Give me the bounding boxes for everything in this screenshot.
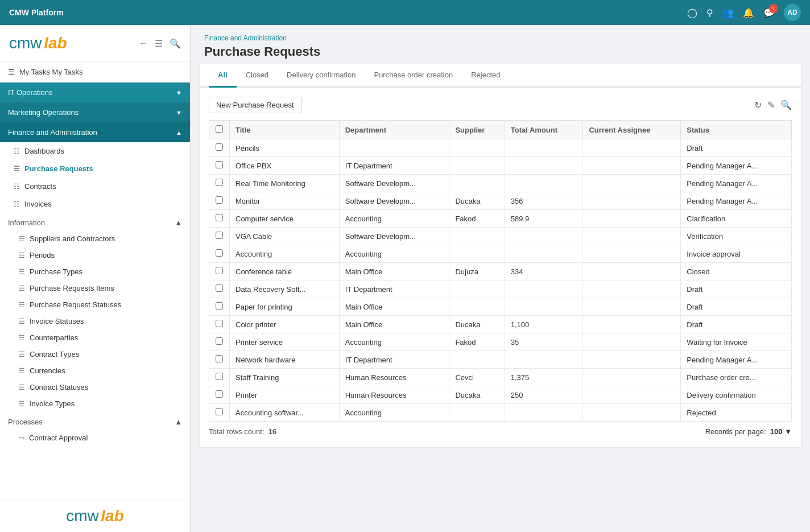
cell-totalamount	[505, 175, 583, 192]
total-rows-label: Total rows count: 16	[209, 427, 276, 436]
tab-delivery-confirmation[interactable]: Delivery confirmation	[278, 64, 365, 88]
cell-totalamount: 1,100	[505, 316, 583, 333]
help-icon[interactable]: ◯	[687, 7, 697, 18]
cell-department: Human Resources	[339, 369, 449, 386]
table-row[interactable]: MonitorSoftware Developm...Ducaka356Pend…	[209, 192, 792, 210]
tab-rejected[interactable]: Rejected	[462, 64, 509, 88]
sidebar-section-processes[interactable]: Processes ▲	[0, 412, 190, 430]
sidebar-search-icon[interactable]: 🔍	[170, 38, 181, 49]
row-checkbox-cell	[209, 333, 230, 351]
counterparties-label: Counterparties	[30, 333, 78, 342]
sidebar-item-currencies[interactable]: ☰ Currencies	[0, 362, 190, 379]
cell-currentassignee	[583, 404, 681, 422]
row-checkbox-cell	[209, 369, 230, 386]
row-checkbox[interactable]	[216, 302, 223, 310]
cell-status: Draft	[681, 298, 792, 316]
tab-all[interactable]: All	[209, 64, 237, 88]
row-checkbox[interactable]	[216, 196, 223, 204]
sidebar-item-purchase-requests-items[interactable]: ☰ Purchase Requests Items	[0, 280, 190, 296]
currencies-label: Currencies	[30, 366, 65, 375]
refresh-icon[interactable]: ↻	[754, 100, 762, 110]
contracts-label: Contracts	[24, 182, 56, 191]
sidebar-item-invoice-types[interactable]: ☰ Invoice Types	[0, 395, 190, 412]
table-row[interactable]: Printer serviceAccountingFakod35Waiting …	[209, 333, 792, 351]
row-checkbox[interactable]	[216, 337, 223, 345]
sidebar-item-periods[interactable]: ☰ Periods	[0, 247, 190, 263]
sidebar-item-it-operations[interactable]: IT Operations ▼	[0, 83, 190, 102]
cell-currentassignee	[583, 298, 681, 316]
table-row[interactable]: Accounting softwar...AccountingRejected	[209, 404, 792, 422]
new-purchase-request-button[interactable]: New Purchase Request	[209, 97, 301, 113]
sidebar-item-contract-approval[interactable]: ⤳ Contract Approval	[0, 430, 190, 446]
cell-title: Network hardware	[230, 351, 340, 369]
row-checkbox[interactable]	[216, 355, 223, 362]
sidebar-item-dashboards[interactable]: ☷ Dashboards	[0, 142, 190, 160]
purchase-requests-items-label: Purchase Requests Items	[30, 284, 114, 292]
contract-approval-label: Contract Approval	[29, 434, 88, 442]
sidebar-item-purchase-request-statuses[interactable]: ☰ Purchase Request Statuses	[0, 296, 190, 313]
edit-icon[interactable]: ✎	[767, 100, 775, 110]
footer-logo-cmw: cmw	[66, 507, 99, 525]
sidebar-item-counterparties[interactable]: ☰ Counterparties	[0, 329, 190, 346]
sidebar-back-icon[interactable]: ←	[139, 38, 148, 49]
records-per-page[interactable]: Records per page: 100 ▼	[705, 427, 792, 436]
sidebar-section-information[interactable]: Information ▲	[0, 213, 190, 230]
row-checkbox[interactable]	[216, 161, 223, 168]
table-row[interactable]: Staff TrainingHuman ResourcesCevci1,375P…	[209, 369, 792, 386]
sidebar-item-invoice-statuses[interactable]: ☰ Invoice Statuses	[0, 313, 190, 329]
table-row[interactable]: Computer serviceAccountingFakod589.9Clar…	[209, 210, 792, 228]
sidebar-item-marketing-operations[interactable]: Marketing Operations ▼	[0, 102, 190, 122]
users-icon[interactable]: 👥	[722, 7, 734, 18]
chat-icon[interactable]: 💬 1	[763, 7, 775, 18]
table-row[interactable]: Network hardwareIT DepartmentPending Man…	[209, 351, 792, 369]
row-checkbox[interactable]	[216, 373, 223, 380]
table-row[interactable]: Real Time MonitoringSoftware Developm...…	[209, 175, 792, 192]
sidebar-item-finance-admin[interactable]: Finance and Administration ▲	[0, 122, 190, 142]
it-operations-chevron: ▼	[176, 89, 182, 96]
bell-icon[interactable]: 🔔	[743, 7, 754, 18]
sidebar-item-my-tasks[interactable]: ☰ My Tasks My Tasks	[0, 62, 190, 83]
cell-totalamount: 35	[505, 333, 583, 351]
table-row[interactable]: VGA CableSoftware Developm...Verificatio…	[209, 228, 792, 245]
processes-chevron: ▲	[175, 418, 182, 426]
sidebar-item-purchase-requests[interactable]: ☰ Purchase Requests	[0, 160, 190, 178]
table-row[interactable]: Paper for printingMain OfficeDraft	[209, 298, 792, 316]
table-row[interactable]: AccountingAccountingInvoice approval	[209, 245, 792, 263]
contract-types-icon: ☰	[18, 350, 25, 358]
search-table-icon[interactable]: 🔍	[780, 100, 792, 110]
row-checkbox[interactable]	[216, 320, 223, 327]
row-checkbox[interactable]	[216, 390, 223, 398]
row-checkbox[interactable]	[216, 408, 223, 415]
row-checkbox[interactable]	[216, 249, 223, 257]
table-row[interactable]: PencilsDraft	[209, 139, 792, 157]
table-row[interactable]: Office PBXIT DepartmentPending Manager A…	[209, 157, 792, 175]
breadcrumb[interactable]: Finance and Administration	[204, 34, 796, 42]
row-checkbox[interactable]	[216, 284, 223, 292]
sidebar-item-contracts[interactable]: ☷ Contracts	[0, 178, 190, 195]
table-row[interactable]: Data Recovery Soft...IT DepartmentDraft	[209, 281, 792, 298]
sidebar-menu-icon[interactable]: ☰	[155, 38, 163, 49]
tab-purchase-order-creation[interactable]: Purchase order creation	[365, 64, 462, 88]
sidebar-item-suppliers[interactable]: ☰ Suppliers and Contractors	[0, 230, 190, 247]
cell-supplier	[449, 228, 505, 245]
row-checkbox[interactable]	[216, 214, 223, 221]
page-title: Purchase Requests	[204, 44, 796, 59]
row-checkbox[interactable]	[216, 179, 223, 186]
sidebar-item-contract-types[interactable]: ☰ Contract Types	[0, 346, 190, 362]
select-all-checkbox[interactable]	[216, 125, 223, 133]
row-checkbox[interactable]	[216, 232, 223, 239]
avatar[interactable]: AD	[784, 4, 801, 21]
table-row[interactable]: Color printerMain OfficeDucaka1,100Draft	[209, 316, 792, 333]
row-checkbox[interactable]	[216, 143, 223, 151]
tab-closed[interactable]: Closed	[237, 64, 278, 88]
sidebar-item-invoices[interactable]: ☷ Invoices	[0, 195, 190, 213]
cell-totalamount: 589.9	[505, 210, 583, 228]
sidebar-item-purchase-types[interactable]: ☰ Purchase Types	[0, 263, 190, 280]
finance-admin-label: Finance and Administration	[8, 128, 97, 137]
table-row[interactable]: Conference tableMain OfficeDujuza334Clos…	[209, 263, 792, 281]
table-row[interactable]: PrinterHuman ResourcesDucaka250Delivery …	[209, 386, 792, 404]
search-icon[interactable]: ⚲	[706, 7, 713, 18]
cell-department: Software Developm...	[339, 192, 449, 210]
sidebar-item-contract-statuses[interactable]: ☰ Contract Statuses	[0, 379, 190, 395]
row-checkbox[interactable]	[216, 267, 223, 274]
